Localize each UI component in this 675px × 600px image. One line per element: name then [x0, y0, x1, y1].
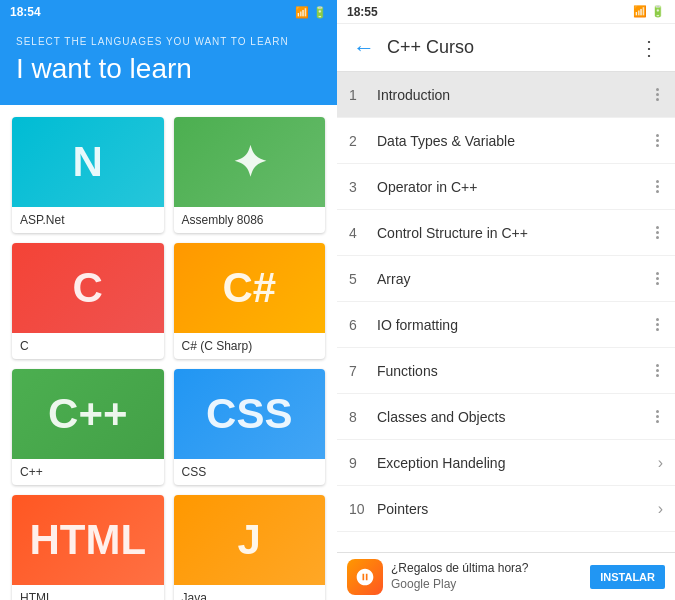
dots-icon-3	[652, 180, 663, 193]
install-button[interactable]: INSTALAR	[590, 565, 665, 589]
item-title-10: Pointers	[373, 501, 658, 517]
item-title-9: Exception Handeling	[373, 455, 658, 471]
item-num-10: 10	[349, 501, 373, 517]
course-item-6[interactable]: 6 IO formatting	[337, 302, 675, 348]
card-label-csharp: C# (C Sharp)	[174, 333, 326, 359]
right-battery-icon: 🔋	[651, 5, 665, 18]
course-item-9[interactable]: 9 Exception Handeling ›	[337, 440, 675, 486]
language-grid: N ASP.Net ✦ Assembly 8086 C C C# C# (C S…	[12, 117, 325, 600]
lang-card-csharp[interactable]: C# C# (C Sharp)	[174, 243, 326, 359]
dots-icon-1	[652, 88, 663, 101]
course-list: 1 Introduction 2 Data Types & Variable 3…	[337, 72, 675, 552]
ad-subtext: Google Play	[391, 577, 582, 593]
item-num-1: 1	[349, 87, 373, 103]
right-header: ← C++ Curso ⋮	[337, 24, 675, 72]
item-title-4: Control Structure in C++	[373, 225, 652, 241]
lang-card-c[interactable]: C C	[12, 243, 164, 359]
item-title-5: Array	[373, 271, 652, 287]
card-icon-cpp: C++	[48, 390, 127, 438]
ad-banner: ¿Regalos de última hora? Google Play INS…	[337, 552, 675, 600]
right-status-bar: 18:55 📶 🔋	[337, 0, 675, 24]
card-label-aspnet: ASP.Net	[12, 207, 164, 233]
card-image-csharp: C#	[174, 243, 326, 333]
signal-icon: 📶	[295, 6, 309, 19]
lang-card-asm[interactable]: ✦ Assembly 8086	[174, 117, 326, 233]
item-num-3: 3	[349, 179, 373, 195]
card-icon-asm: ✦	[232, 138, 267, 187]
card-icon-aspnet: N	[73, 138, 103, 186]
item-title-1: Introduction	[373, 87, 652, 103]
right-status-icons: 📶 🔋	[633, 5, 665, 18]
lang-card-css[interactable]: CSS CSS	[174, 369, 326, 485]
left-status-bar: 18:54 📶 🔋	[0, 0, 337, 24]
item-num-8: 8	[349, 409, 373, 425]
card-label-c: C	[12, 333, 164, 359]
dots-icon-6	[652, 318, 663, 331]
lang-card-java[interactable]: J Java	[174, 495, 326, 600]
course-item-10[interactable]: 10 Pointers ›	[337, 486, 675, 532]
ad-headline: ¿Regalos de última hora?	[391, 561, 582, 577]
dots-icon-8	[652, 410, 663, 423]
item-num-7: 7	[349, 363, 373, 379]
item-title-3: Operator in C++	[373, 179, 652, 195]
course-item-3[interactable]: 3 Operator in C++	[337, 164, 675, 210]
card-label-java: Java	[174, 585, 326, 600]
left-header: SELECT THE LANGUAGES YOU WANT TO LEARN I…	[0, 24, 337, 105]
item-title-8: Classes and Objects	[373, 409, 652, 425]
card-image-html: HTML	[12, 495, 164, 585]
left-subtitle: SELECT THE LANGUAGES YOU WANT TO LEARN	[16, 36, 321, 47]
card-icon-c: C	[73, 264, 103, 312]
item-num-9: 9	[349, 455, 373, 471]
more-button[interactable]: ⋮	[631, 32, 667, 64]
right-panel: 18:55 📶 🔋 ← C++ Curso ⋮ 1 Introduction 2…	[337, 0, 675, 600]
item-title-6: IO formatting	[373, 317, 652, 333]
dots-icon-7	[652, 364, 663, 377]
ad-icon	[347, 559, 383, 595]
left-panel: 18:54 📶 🔋 SELECT THE LANGUAGES YOU WANT …	[0, 0, 337, 600]
left-time: 18:54	[10, 5, 41, 19]
right-signal-icon: 📶	[633, 5, 647, 18]
course-item-1[interactable]: 1 Introduction	[337, 72, 675, 118]
left-title: I want to learn	[16, 53, 321, 85]
card-image-css: CSS	[174, 369, 326, 459]
course-item-5[interactable]: 5 Array	[337, 256, 675, 302]
card-image-asm: ✦	[174, 117, 326, 207]
card-image-java: J	[174, 495, 326, 585]
card-label-css: CSS	[174, 459, 326, 485]
lang-card-cpp[interactable]: C++ C++	[12, 369, 164, 485]
course-title: C++ Curso	[383, 37, 631, 58]
card-image-cpp: C++	[12, 369, 164, 459]
course-item-7[interactable]: 7 Functions	[337, 348, 675, 394]
lang-card-html[interactable]: HTML HTML	[12, 495, 164, 600]
chevron-icon-9: ›	[658, 454, 663, 472]
dots-icon-5	[652, 272, 663, 285]
card-label-html: HTML	[12, 585, 164, 600]
chevron-icon-10: ›	[658, 500, 663, 518]
card-label-asm: Assembly 8086	[174, 207, 326, 233]
course-item-2[interactable]: 2 Data Types & Variable	[337, 118, 675, 164]
back-button[interactable]: ←	[345, 31, 383, 65]
item-num-6: 6	[349, 317, 373, 333]
item-num-5: 5	[349, 271, 373, 287]
card-image-aspnet: N	[12, 117, 164, 207]
lang-card-aspnet[interactable]: N ASP.Net	[12, 117, 164, 233]
left-content: N ASP.Net ✦ Assembly 8086 C C C# C# (C S…	[0, 105, 337, 600]
card-icon-html: HTML	[29, 516, 146, 564]
dots-icon-4	[652, 226, 663, 239]
card-image-c: C	[12, 243, 164, 333]
course-item-8[interactable]: 8 Classes and Objects	[337, 394, 675, 440]
right-time: 18:55	[347, 5, 378, 19]
left-status-icons: 📶 🔋	[295, 6, 327, 19]
item-title-2: Data Types & Variable	[373, 133, 652, 149]
item-num-2: 2	[349, 133, 373, 149]
item-num-4: 4	[349, 225, 373, 241]
card-icon-csharp: C#	[222, 264, 276, 312]
card-icon-css: CSS	[206, 390, 292, 438]
dots-icon-2	[652, 134, 663, 147]
ad-text: ¿Regalos de última hora? Google Play	[391, 561, 582, 592]
card-label-cpp: C++	[12, 459, 164, 485]
course-item-4[interactable]: 4 Control Structure in C++	[337, 210, 675, 256]
card-icon-java: J	[238, 516, 261, 564]
wifi-icon: 🔋	[313, 6, 327, 19]
item-title-7: Functions	[373, 363, 652, 379]
